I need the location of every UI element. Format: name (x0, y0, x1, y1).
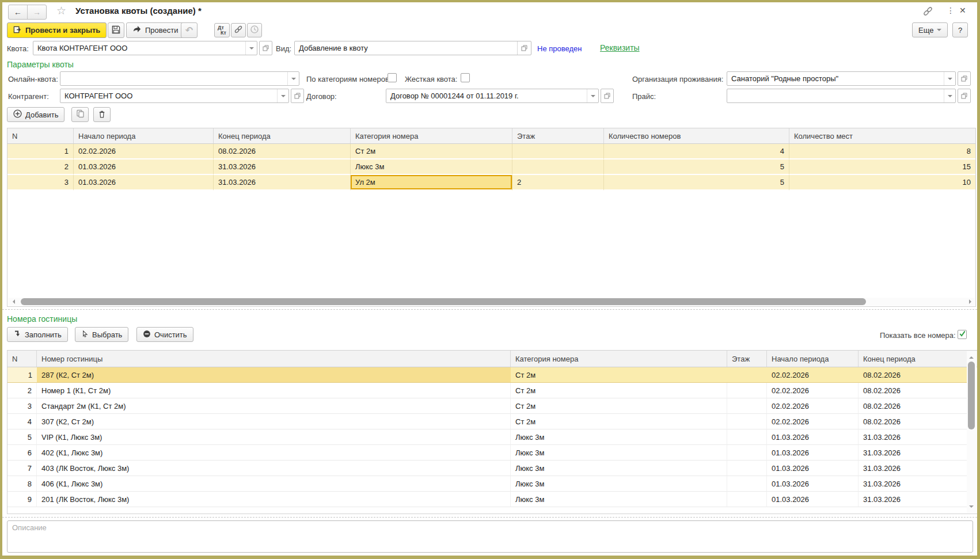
column-header-room[interactable]: Номер гостиницы (37, 351, 511, 367)
cell-seats[interactable]: 15 (789, 159, 975, 175)
table-row[interactable]: 9 201 (ЛК Восток, Люкс 3м) Люкс 3м 01.03… (7, 492, 977, 507)
column-header-begin[interactable]: Начало периода (767, 351, 859, 367)
fill-button[interactable]: Заполнить (7, 327, 68, 342)
cell-n[interactable]: 8 (7, 476, 37, 492)
back-button[interactable]: ← (9, 5, 27, 19)
cell-end[interactable]: 31.03.2026 (214, 159, 351, 175)
column-header-category[interactable]: Категория номера (511, 351, 727, 367)
horizontal-scrollbar[interactable] (8, 298, 975, 306)
cell-rooms[interactable]: 4 (604, 144, 789, 159)
dogovor-open-button[interactable] (601, 89, 614, 103)
org-dropdown-icon[interactable] (944, 72, 955, 85)
cell-n[interactable]: 7 (7, 461, 37, 476)
table-row[interactable]: 2 01.03.2026 31.03.2026 Люкс 3м 5 15 (7, 159, 975, 175)
cell-floor[interactable] (727, 445, 767, 461)
cell-n[interactable]: 3 (7, 398, 37, 414)
cell-category[interactable]: Люкс 3м (511, 461, 727, 476)
column-header-n[interactable]: N (7, 128, 74, 143)
cell-floor[interactable] (727, 367, 767, 383)
hard-quota-checkbox[interactable] (461, 73, 470, 82)
cell-begin[interactable]: 02.02.2026 (767, 367, 859, 383)
online-quota-field[interactable] (60, 71, 299, 86)
cell-floor[interactable] (727, 492, 767, 507)
table-row[interactable]: 2 Номер 1 (К1, Ст 2м) Ст 2м 02.02.2026 0… (7, 383, 977, 398)
post-button[interactable]: Провести (126, 22, 185, 38)
scroll-up-icon[interactable] (969, 354, 974, 359)
scroll-right-icon[interactable] (969, 299, 974, 304)
cell-room[interactable]: 406 (К1, Люкс 3м) (37, 476, 511, 492)
cell-category[interactable]: Ст 2м (511, 398, 727, 414)
cell-category[interactable]: Люкс 3м (511, 476, 727, 492)
cell-floor[interactable] (727, 414, 767, 429)
cell-end[interactable]: 31.03.2026 (859, 476, 967, 492)
cell-category[interactable]: Люкс 3м (351, 159, 512, 175)
link-button[interactable] (231, 23, 246, 37)
kontragent-dropdown-icon[interactable] (277, 89, 288, 102)
quota-open-button[interactable] (259, 41, 272, 55)
online-quota-dropdown-icon[interactable] (287, 72, 299, 85)
cell-n[interactable]: 9 (7, 492, 37, 507)
save-button[interactable] (108, 22, 124, 38)
kind-open-icon[interactable] (517, 41, 531, 55)
scrollbar-thumb[interactable] (968, 362, 975, 429)
column-header-begin[interactable]: Начало периода (74, 128, 214, 143)
cell-floor[interactable] (727, 398, 767, 414)
cell-n[interactable]: 1 (7, 367, 37, 383)
cell-category[interactable]: Ст 2м (351, 144, 512, 159)
cell-room[interactable]: 287 (К2, Ст 2м) (37, 367, 511, 383)
column-header-n[interactable]: N (7, 351, 37, 367)
cell-category[interactable]: Ст 2м (511, 383, 727, 398)
quota-field[interactable]: Квота КОНТРАГЕНТ ООО (33, 41, 257, 55)
cell-n[interactable]: 6 (7, 445, 37, 461)
details-link[interactable]: Реквизиты (600, 43, 640, 52)
kontragent-open-button[interactable] (291, 89, 304, 103)
cell-end[interactable]: 31.03.2026 (859, 445, 967, 461)
history-button[interactable] (247, 23, 262, 37)
cell-begin[interactable]: 02.02.2026 (767, 398, 859, 414)
column-header-end[interactable]: Конец периода (214, 128, 351, 143)
cell-n[interactable]: 2 (7, 383, 37, 398)
cell-n[interactable]: 4 (7, 414, 37, 429)
column-header-floor[interactable]: Этаж (512, 128, 604, 143)
cell-begin[interactable]: 01.03.2026 (767, 492, 859, 507)
column-header-category[interactable]: Категория номера (351, 128, 512, 143)
description-textarea[interactable] (7, 520, 973, 553)
forward-button[interactable]: → (27, 5, 46, 19)
cell-floor[interactable] (727, 383, 767, 398)
cell-category[interactable]: Люкс 3м (511, 445, 727, 461)
pick-button[interactable]: Выбрать (75, 327, 128, 342)
cell-begin[interactable]: 01.03.2026 (74, 159, 214, 175)
more-actions-button[interactable]: Еще (912, 22, 948, 37)
clear-button[interactable]: Очистить (136, 327, 193, 342)
column-header-seats[interactable]: Количество мест (789, 128, 975, 143)
splitter[interactable] (2, 517, 977, 518)
cell-end[interactable]: 08.02.2026 (859, 414, 967, 429)
table-row[interactable]: 6 402 (К1, Люкс 3м) Люкс 3м 01.03.2026 3… (7, 445, 977, 461)
cell-rooms[interactable]: 5 (604, 175, 789, 191)
post-and-close-button[interactable]: Провести и закрыть (7, 22, 107, 38)
cell-begin[interactable]: 01.03.2026 (767, 461, 859, 476)
kind-field[interactable]: Добавление в квоту (294, 41, 531, 55)
vertical-scrollbar[interactable] (967, 351, 977, 513)
cell-room[interactable]: 403 (ЛК Восток, Люкс 3м) (37, 461, 511, 476)
cell-room[interactable]: Стандарт 2м (К1, Ст 2м) (37, 398, 511, 414)
table-row-selected[interactable]: 3 01.03.2026 31.03.2026 Ул 2м 2 5 10 (7, 175, 975, 191)
cell-begin[interactable]: 01.03.2026 (767, 429, 859, 445)
cell-begin[interactable]: 02.02.2026 (767, 383, 859, 398)
by-categories-checkbox[interactable] (388, 73, 397, 82)
cell-floor[interactable] (512, 144, 604, 159)
splitter[interactable] (2, 309, 977, 310)
dogovor-dropdown-icon[interactable] (587, 89, 598, 102)
table-row[interactable]: 7 403 (ЛК Восток, Люкс 3м) Люкс 3м 01.03… (7, 461, 977, 476)
cell-floor[interactable] (727, 476, 767, 492)
cell-category[interactable]: Ст 2м (511, 367, 727, 383)
cell-category-selected[interactable]: Ул 2м (351, 175, 512, 191)
show-all-checkbox[interactable] (958, 330, 967, 339)
cell-floor[interactable] (512, 159, 604, 175)
cell-room[interactable]: 402 (К1, Люкс 3м) (37, 445, 511, 461)
cell-category[interactable]: Люкс 3м (511, 492, 727, 507)
cell-floor[interactable] (727, 461, 767, 476)
cell-n[interactable]: 5 (7, 429, 37, 445)
cell-end[interactable]: 31.03.2026 (859, 492, 967, 507)
kontragent-field[interactable]: КОНТРАГЕНТ ООО (60, 89, 289, 103)
